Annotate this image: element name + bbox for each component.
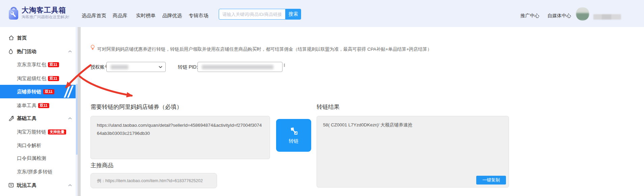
double11-badge: 双11 [48,62,59,67]
app-title: 大淘客工具箱 [22,5,66,15]
authorized-account-select[interactable] [106,62,166,72]
sidebar-item-combine-order-tool[interactable]: 凑单工具 双11 [0,99,76,112]
sidebar-item-jd-pdd-convert[interactable]: 京东/拼多多转链 [0,165,76,178]
sidebar-item-label: 店铺券转链 [17,89,42,95]
sidebar-group-basic-tools[interactable]: 基础工具 [0,112,76,125]
convert-pid-label: 转链 PID: [178,64,198,70]
sidebar-item-label: 首页 [17,35,27,41]
nav-item-realtime-ranking[interactable]: 实时榜单 [136,13,156,19]
convert-button[interactable]: 转链 [276,119,311,152]
coupon-section-title: 需要转链的阿里妈妈店铺券（必填） [90,103,182,111]
main-product-input[interactable] [90,173,217,188]
pid-value-redacted [202,65,273,69]
batch-support-badge: 支持批量 [48,129,66,134]
pid-input-cursor-tick [284,64,285,67]
sidebar-item-label: 凑单工具 [17,102,36,109]
header-search: 搜索 [219,9,301,20]
lightbulb-icon [90,44,96,52]
sidebar-group-play-tools[interactable]: 玩法工具 [0,178,76,192]
sidebar: 首页 热门活动 京东京享红包 双11 淘宝超级红包 双11 店铺券转链 双11 [0,27,76,196]
sidebar-item-tkl-parse[interactable]: 淘口令解析 [0,139,76,152]
sidebar-item-label: 玩法工具 [17,182,36,189]
toolbox-logo-icon[interactable] [8,5,19,22]
nav-item-selection-home[interactable]: 选品库首页 [82,13,106,19]
username-redacted[interactable] [593,14,621,20]
wrench-icon [8,116,14,121]
avatar[interactable] [576,7,589,21]
main-product-section-title: 主推商品 [90,162,113,169]
sidebar-item-label: 淘宝万能转链 [17,129,46,135]
nav-item-product-library[interactable]: 商品库 [113,13,128,19]
sidebar-item-label: 京东/拼多多转链 [17,169,53,175]
sidebar-item-jd-red-packet[interactable]: 京东京享红包 双11 [0,58,76,71]
page: 大淘客工具箱 淘客推广问题都在这里解决! 选品库首页 商品库 实时榜单 品牌优选… [0,0,644,196]
nav-item-album-market[interactable]: 专辑市场 [189,13,208,19]
chevron-down-icon [159,66,162,68]
sidebar-item-taobao-super-red-packet[interactable]: 淘宝超级红包 双11 [0,72,76,85]
sidebar-item-label: 淘口令解析 [17,142,42,149]
sidebar-item-label: 淘宝超级红包 [17,75,46,82]
home-icon [8,35,14,41]
double11-badge: 双11 [38,103,49,108]
double11-badge: 双11 [43,89,54,94]
one-click-copy-button[interactable]: 一键复制 [476,176,506,185]
search-input[interactable] [219,9,286,20]
convert-result-panel: 58( CZ0001 L7Yzd0DKezr(/ 大额店铺券速抢 一键复制 [317,116,509,188]
sidebar-item-label: 口令归属检测 [17,155,46,162]
sidebar-item-home[interactable]: 首页 [0,31,76,45]
account-value-redacted [111,65,128,69]
sidebar-item-label: 热门活动 [17,48,36,55]
app-subtitle: 淘客推广问题都在这里解决! [22,15,69,20]
sidebar-scrollbar-thumb[interactable] [76,84,78,155]
chevron-up-icon[interactable] [68,184,72,187]
chevron-up-icon[interactable] [68,50,72,53]
flame-icon [8,49,13,54]
convert-icon [289,126,298,136]
nav-item-brand-selection[interactable]: 品牌优选 [162,13,182,19]
double11-badge: 双11 [48,76,59,81]
sidebar-item-tkl-ownership-check[interactable]: 口令归属检测 [0,151,76,165]
sidebar-item-label: 基础工具 [17,115,36,122]
avatar-blurred-image [576,7,589,21]
vertical-scrollbar[interactable] [78,27,81,196]
sidebar-item-shop-coupon-convert[interactable]: 店铺券转链 双11 [0,85,76,98]
convert-result-text[interactable]: 58( CZ0001 L7Yzd0DKezr(/ 大额店铺券速抢 [323,121,412,129]
convert-button-label: 转链 [289,138,299,144]
media-center-link[interactable]: 自媒体中心 [547,13,571,19]
search-button[interactable]: 搜索 [286,9,301,20]
top-header: 大淘客工具箱 淘客推广问题都在这里解决! 选品库首页 商品库 实时榜单 品牌优选… [0,0,644,27]
notice-text: 可对阿里妈妈店铺优惠券进行转链，转链后用户领取并使用在店铺任意商品购买时，都可结… [97,46,432,52]
promotion-center-link[interactable]: 推广中心 [520,13,539,19]
sidebar-group-hot-activities[interactable]: 热门活动 [0,45,76,58]
sidebar-item-label: 京东京享红包 [17,62,46,68]
coupon-link-textarea[interactable]: https://uland.taobao.com/quan/detail?sel… [90,116,270,159]
play-tools-icon [8,183,14,188]
convert-pid-input[interactable] [197,62,283,72]
result-section-title: 转链结果 [317,103,340,111]
sidebar-item-taobao-universal-convert[interactable]: 淘宝万能转链 支持批量 [0,125,76,139]
chevron-up-icon[interactable] [68,117,72,120]
